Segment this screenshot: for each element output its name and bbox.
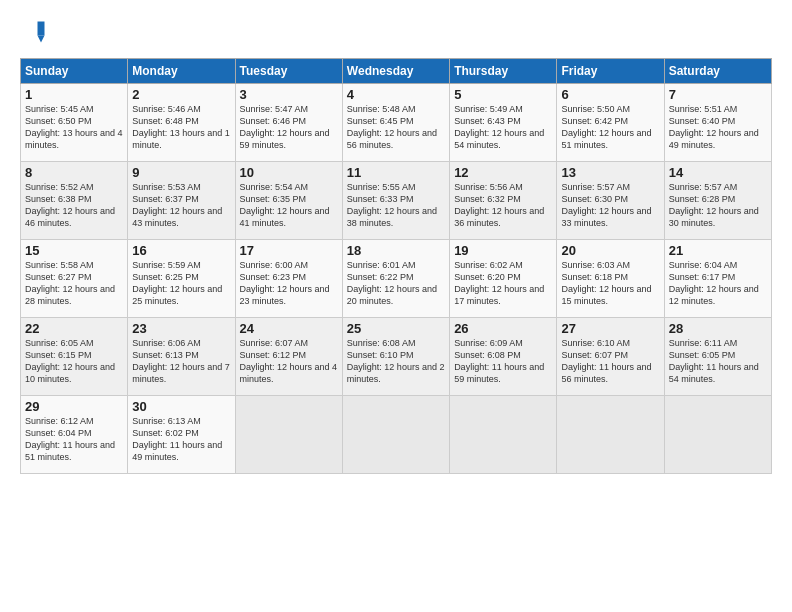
calendar-cell: 3Sunrise: 5:47 AMSunset: 6:46 PMDaylight… [235, 84, 342, 162]
calendar-cell: 19Sunrise: 6:02 AMSunset: 6:20 PMDayligh… [450, 240, 557, 318]
day-number: 18 [347, 243, 445, 258]
day-info: Sunrise: 5:57 AMSunset: 6:28 PMDaylight:… [669, 181, 767, 230]
day-info: Sunrise: 6:08 AMSunset: 6:10 PMDaylight:… [347, 337, 445, 386]
weekday-header: Friday [557, 59, 664, 84]
logo-icon [20, 18, 48, 46]
day-number: 7 [669, 87, 767, 102]
calendar-cell [342, 396, 449, 474]
day-number: 9 [132, 165, 230, 180]
day-info: Sunrise: 5:53 AMSunset: 6:37 PMDaylight:… [132, 181, 230, 230]
day-info: Sunrise: 5:50 AMSunset: 6:42 PMDaylight:… [561, 103, 659, 152]
calendar-table: SundayMondayTuesdayWednesdayThursdayFrid… [20, 58, 772, 474]
calendar-cell: 25Sunrise: 6:08 AMSunset: 6:10 PMDayligh… [342, 318, 449, 396]
calendar-cell: 30Sunrise: 6:13 AMSunset: 6:02 PMDayligh… [128, 396, 235, 474]
day-info: Sunrise: 5:45 AMSunset: 6:50 PMDaylight:… [25, 103, 123, 152]
day-number: 13 [561, 165, 659, 180]
calendar-cell: 6Sunrise: 5:50 AMSunset: 6:42 PMDaylight… [557, 84, 664, 162]
calendar-cell: 14Sunrise: 5:57 AMSunset: 6:28 PMDayligh… [664, 162, 771, 240]
day-number: 28 [669, 321, 767, 336]
weekday-header: Tuesday [235, 59, 342, 84]
calendar-cell: 5Sunrise: 5:49 AMSunset: 6:43 PMDaylight… [450, 84, 557, 162]
calendar-cell: 15Sunrise: 5:58 AMSunset: 6:27 PMDayligh… [21, 240, 128, 318]
day-number: 3 [240, 87, 338, 102]
day-number: 14 [669, 165, 767, 180]
day-info: Sunrise: 6:13 AMSunset: 6:02 PMDaylight:… [132, 415, 230, 464]
day-info: Sunrise: 6:01 AMSunset: 6:22 PMDaylight:… [347, 259, 445, 308]
day-info: Sunrise: 5:59 AMSunset: 6:25 PMDaylight:… [132, 259, 230, 308]
day-info: Sunrise: 5:51 AMSunset: 6:40 PMDaylight:… [669, 103, 767, 152]
day-number: 23 [132, 321, 230, 336]
svg-marker-1 [38, 36, 45, 43]
day-number: 29 [25, 399, 123, 414]
day-info: Sunrise: 6:05 AMSunset: 6:15 PMDaylight:… [25, 337, 123, 386]
weekday-header: Sunday [21, 59, 128, 84]
day-number: 2 [132, 87, 230, 102]
page-header [20, 18, 772, 46]
day-info: Sunrise: 6:02 AMSunset: 6:20 PMDaylight:… [454, 259, 552, 308]
day-number: 5 [454, 87, 552, 102]
calendar-week-row: 29Sunrise: 6:12 AMSunset: 6:04 PMDayligh… [21, 396, 772, 474]
day-info: Sunrise: 5:54 AMSunset: 6:35 PMDaylight:… [240, 181, 338, 230]
day-info: Sunrise: 5:58 AMSunset: 6:27 PMDaylight:… [25, 259, 123, 308]
calendar-cell: 23Sunrise: 6:06 AMSunset: 6:13 PMDayligh… [128, 318, 235, 396]
calendar-cell: 29Sunrise: 6:12 AMSunset: 6:04 PMDayligh… [21, 396, 128, 474]
day-number: 21 [669, 243, 767, 258]
calendar-cell: 11Sunrise: 5:55 AMSunset: 6:33 PMDayligh… [342, 162, 449, 240]
calendar-cell: 27Sunrise: 6:10 AMSunset: 6:07 PMDayligh… [557, 318, 664, 396]
day-number: 6 [561, 87, 659, 102]
day-number: 16 [132, 243, 230, 258]
day-info: Sunrise: 5:49 AMSunset: 6:43 PMDaylight:… [454, 103, 552, 152]
day-info: Sunrise: 6:04 AMSunset: 6:17 PMDaylight:… [669, 259, 767, 308]
calendar-cell: 13Sunrise: 5:57 AMSunset: 6:30 PMDayligh… [557, 162, 664, 240]
day-number: 20 [561, 243, 659, 258]
calendar-cell: 12Sunrise: 5:56 AMSunset: 6:32 PMDayligh… [450, 162, 557, 240]
calendar-cell: 20Sunrise: 6:03 AMSunset: 6:18 PMDayligh… [557, 240, 664, 318]
calendar-cell: 1Sunrise: 5:45 AMSunset: 6:50 PMDaylight… [21, 84, 128, 162]
day-number: 11 [347, 165, 445, 180]
day-info: Sunrise: 5:47 AMSunset: 6:46 PMDaylight:… [240, 103, 338, 152]
calendar-cell [235, 396, 342, 474]
calendar-cell: 21Sunrise: 6:04 AMSunset: 6:17 PMDayligh… [664, 240, 771, 318]
calendar-week-row: 8Sunrise: 5:52 AMSunset: 6:38 PMDaylight… [21, 162, 772, 240]
day-number: 30 [132, 399, 230, 414]
day-number: 4 [347, 87, 445, 102]
day-info: Sunrise: 5:46 AMSunset: 6:48 PMDaylight:… [132, 103, 230, 152]
day-info: Sunrise: 6:07 AMSunset: 6:12 PMDaylight:… [240, 337, 338, 386]
calendar-cell: 10Sunrise: 5:54 AMSunset: 6:35 PMDayligh… [235, 162, 342, 240]
day-number: 22 [25, 321, 123, 336]
day-info: Sunrise: 5:57 AMSunset: 6:30 PMDaylight:… [561, 181, 659, 230]
weekday-header: Monday [128, 59, 235, 84]
day-info: Sunrise: 6:00 AMSunset: 6:23 PMDaylight:… [240, 259, 338, 308]
day-number: 10 [240, 165, 338, 180]
logo [20, 18, 52, 46]
calendar-week-row: 15Sunrise: 5:58 AMSunset: 6:27 PMDayligh… [21, 240, 772, 318]
day-number: 15 [25, 243, 123, 258]
day-number: 24 [240, 321, 338, 336]
day-info: Sunrise: 5:52 AMSunset: 6:38 PMDaylight:… [25, 181, 123, 230]
day-number: 27 [561, 321, 659, 336]
calendar-cell [664, 396, 771, 474]
weekday-header-row: SundayMondayTuesdayWednesdayThursdayFrid… [21, 59, 772, 84]
weekday-header: Wednesday [342, 59, 449, 84]
calendar-cell: 17Sunrise: 6:00 AMSunset: 6:23 PMDayligh… [235, 240, 342, 318]
calendar-week-row: 1Sunrise: 5:45 AMSunset: 6:50 PMDaylight… [21, 84, 772, 162]
calendar-cell: 9Sunrise: 5:53 AMSunset: 6:37 PMDaylight… [128, 162, 235, 240]
day-info: Sunrise: 6:10 AMSunset: 6:07 PMDaylight:… [561, 337, 659, 386]
calendar-week-row: 22Sunrise: 6:05 AMSunset: 6:15 PMDayligh… [21, 318, 772, 396]
calendar-cell: 2Sunrise: 5:46 AMSunset: 6:48 PMDaylight… [128, 84, 235, 162]
calendar-cell: 7Sunrise: 5:51 AMSunset: 6:40 PMDaylight… [664, 84, 771, 162]
day-info: Sunrise: 6:12 AMSunset: 6:04 PMDaylight:… [25, 415, 123, 464]
calendar-cell: 28Sunrise: 6:11 AMSunset: 6:05 PMDayligh… [664, 318, 771, 396]
day-info: Sunrise: 6:11 AMSunset: 6:05 PMDaylight:… [669, 337, 767, 386]
calendar-cell: 26Sunrise: 6:09 AMSunset: 6:08 PMDayligh… [450, 318, 557, 396]
calendar-cell: 22Sunrise: 6:05 AMSunset: 6:15 PMDayligh… [21, 318, 128, 396]
calendar-cell [450, 396, 557, 474]
day-number: 12 [454, 165, 552, 180]
svg-marker-0 [38, 22, 45, 36]
weekday-header: Saturday [664, 59, 771, 84]
day-number: 8 [25, 165, 123, 180]
calendar-cell: 8Sunrise: 5:52 AMSunset: 6:38 PMDaylight… [21, 162, 128, 240]
day-info: Sunrise: 6:06 AMSunset: 6:13 PMDaylight:… [132, 337, 230, 386]
calendar-cell [557, 396, 664, 474]
day-info: Sunrise: 5:48 AMSunset: 6:45 PMDaylight:… [347, 103, 445, 152]
